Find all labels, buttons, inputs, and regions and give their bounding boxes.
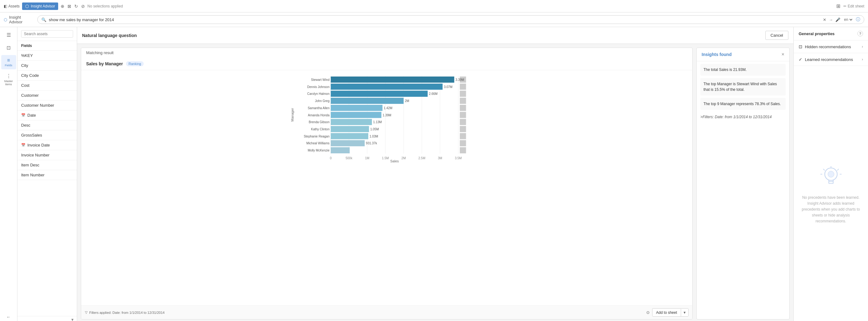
- assets-icon: ◧: [4, 4, 7, 8]
- magnify-icon[interactable]: ⊕: [61, 4, 64, 9]
- field-item-city-code[interactable]: City Code: [18, 71, 77, 81]
- svg-rect-38: [331, 112, 381, 118]
- right-panel: General properties ? ⊡ Hidden recommenda…: [793, 27, 868, 321]
- field-item-grosssales[interactable]: GrossSales: [18, 130, 77, 140]
- left-sidebar: ☰ ⊡ ≡ Fields ⋮ Master items ←: [0, 27, 18, 321]
- search-input[interactable]: [49, 18, 820, 22]
- edit-sheet-button[interactable]: ✏ Edit sheet: [843, 4, 864, 8]
- matching-result-label: Matching result: [81, 48, 692, 58]
- info-icon[interactable]: ⓘ: [856, 17, 860, 22]
- panel-title-label: Insight Advisor: [9, 15, 35, 24]
- svg-text:Dennis Johnson: Dennis Johnson: [307, 85, 330, 89]
- field-item-cost[interactable]: Cost: [18, 81, 77, 91]
- field-item-city[interactable]: City: [18, 61, 77, 71]
- toggle-panel-button[interactable]: ☰: [1, 30, 16, 41]
- right-panel-item-0[interactable]: ⊡ Hidden recommendations ›: [794, 40, 868, 53]
- insights-title: Insights found: [702, 52, 732, 57]
- add-to-sheet-dropdown-icon[interactable]: ▾: [681, 309, 688, 316]
- field-item-date[interactable]: 📅Date: [18, 110, 77, 120]
- svg-rect-58: [331, 147, 350, 153]
- fields-title: Fields: [21, 43, 32, 48]
- language-select[interactable]: en: [843, 17, 854, 22]
- share-icon[interactable]: ⊙: [646, 310, 650, 315]
- chart-container: Matching result Sales by Manager Ranking…: [81, 47, 692, 319]
- fields-button[interactable]: ≡ Fields: [1, 55, 16, 69]
- arrow-icon[interactable]: →: [829, 18, 833, 22]
- master-items-icon: ⋮: [6, 73, 11, 79]
- ranking-badge: Ranking: [126, 61, 143, 66]
- insight-advisor-tab[interactable]: ⬡ Insight Advisor: [22, 2, 58, 10]
- field-item-desc[interactable]: Desc: [18, 120, 77, 130]
- field-name: GrossSales: [21, 133, 42, 137]
- fields-icon: ≡: [7, 58, 10, 63]
- mic-icon[interactable]: 🎤: [835, 18, 840, 22]
- insights-filter: >Filters: Date: from 1/1/2014 to 12/31/2…: [696, 112, 789, 122]
- insight-logo-icon: ⬡: [4, 18, 7, 22]
- svg-rect-27: [460, 91, 466, 97]
- panel-title: ⬡ Insight Advisor: [4, 15, 35, 24]
- svg-rect-55: [460, 140, 466, 147]
- panel-item-text-0: Hidden recommendations: [805, 44, 851, 49]
- collapse-icon: ←: [6, 315, 11, 319]
- clear-icon[interactable]: ✕: [823, 18, 826, 22]
- filter-text: Filters applied: Date: from 1/1/2014 to …: [89, 311, 164, 315]
- search-magnify-icon: 🔍: [41, 18, 46, 22]
- field-item-item-desc[interactable]: Item Desc: [18, 160, 77, 170]
- filter-icon: ▽: [85, 311, 87, 315]
- svg-text:931.37k: 931.37k: [366, 141, 377, 145]
- top-bar-right: ⊞ ✏ Edit sheet: [836, 3, 864, 9]
- svg-rect-35: [460, 105, 466, 111]
- svg-text:Brenda Gibson: Brenda Gibson: [309, 120, 330, 124]
- svg-text:3.39M: 3.39M: [456, 78, 464, 82]
- expand-icon[interactable]: ⊠: [67, 4, 71, 9]
- field-item-invoice-date[interactable]: 📅Invoice Date: [18, 140, 77, 150]
- svg-rect-26: [331, 91, 428, 97]
- collapse-sidebar-button[interactable]: ←: [6, 315, 11, 321]
- scroll-down-indicator[interactable]: ▼: [71, 318, 74, 321]
- master-items-label: Master items: [2, 79, 15, 86]
- svg-text:John Greg: John Greg: [315, 99, 330, 103]
- svg-text:Micheal Williams: Micheal Williams: [306, 141, 329, 145]
- insight-card-0: The total Sales is 21.93M.: [701, 64, 785, 75]
- svg-text:1.13M: 1.13M: [373, 120, 382, 124]
- assets-button[interactable]: ◧ Assets: [4, 4, 20, 8]
- right-panel-item-1[interactable]: ✓ Learned recommendations ›: [794, 53, 868, 66]
- chevron-icon-0: ›: [862, 44, 863, 49]
- field-item-item-number[interactable]: Item Number: [18, 170, 77, 180]
- insights-close-button[interactable]: ×: [781, 52, 784, 57]
- fields-search-input[interactable]: [21, 30, 73, 38]
- fields-list: %KEYCityCity CodeCostCustomerCustomer Nu…: [18, 51, 77, 316]
- svg-text:Sales: Sales: [390, 159, 399, 163]
- field-name: Customer: [21, 93, 38, 98]
- lock-icon[interactable]: ⊘: [81, 4, 85, 9]
- lightbulb-text: No precedents have been learned. Insight…: [800, 195, 862, 225]
- field-item-invoice-number[interactable]: Invoice Number: [18, 150, 77, 160]
- add-to-sheet-button[interactable]: Add to sheet ▾: [652, 308, 688, 317]
- rotate-icon[interactable]: ↻: [74, 4, 78, 9]
- field-item-customer[interactable]: Customer: [18, 91, 77, 100]
- field-item--key[interactable]: %KEY: [18, 51, 77, 61]
- field-name: City Code: [21, 73, 39, 78]
- fields-header: Fields: [18, 41, 77, 51]
- cancel-button[interactable]: Cancel: [765, 31, 788, 40]
- chart-actions: ⊙ Add to sheet ▾: [646, 308, 688, 317]
- svg-text:Carolyn Halmon: Carolyn Halmon: [307, 92, 330, 95]
- field-name: Customer Number: [21, 103, 54, 108]
- search-bar-container: ⬡ Insight Advisor 🔍 ✕ → 🎤 en ⓘ: [0, 12, 868, 27]
- master-items-button[interactable]: ⋮ Master items: [1, 71, 16, 88]
- expand-panel-button[interactable]: ⊡: [1, 42, 16, 54]
- panel-item-icon-1: ✓: [799, 57, 802, 62]
- panel-item-icon-0: ⊡: [799, 44, 802, 49]
- field-name: Item Number: [21, 173, 44, 177]
- field-name: Item Desc: [21, 163, 39, 167]
- svg-text:3.5M: 3.5M: [455, 156, 462, 160]
- field-item-customer-number[interactable]: Customer Number: [18, 100, 77, 110]
- svg-text:1.03M: 1.03M: [369, 135, 378, 138]
- pencil-icon: ✏: [843, 4, 846, 8]
- grid-view-icon[interactable]: ⊞: [836, 3, 840, 9]
- add-to-sheet-label[interactable]: Add to sheet: [652, 309, 681, 316]
- svg-line-63: [837, 169, 839, 170]
- help-icon[interactable]: ?: [858, 31, 863, 36]
- field-name: Invoice Date: [27, 143, 50, 148]
- svg-text:Manager: Manager: [290, 108, 294, 122]
